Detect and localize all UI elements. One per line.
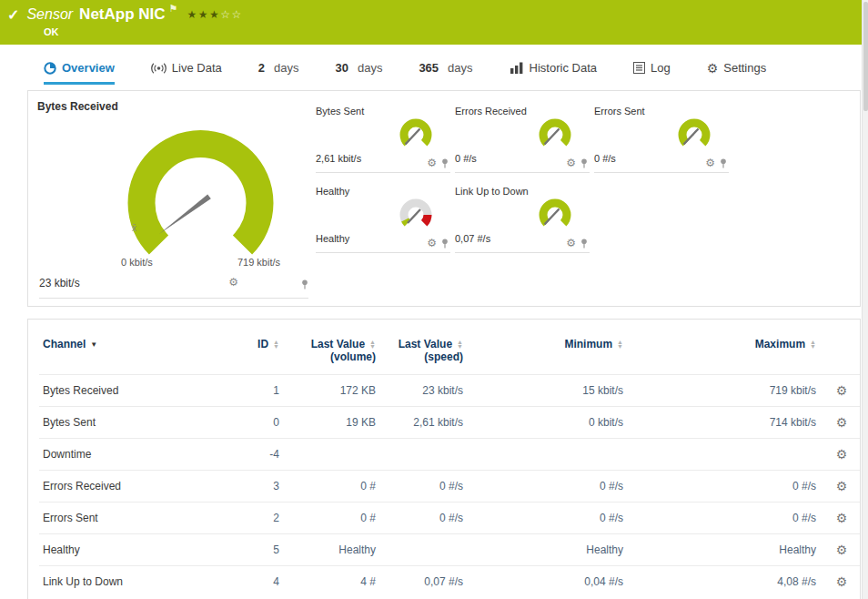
gear-icon[interactable]: ⚙ xyxy=(566,238,576,249)
tab-label: Settings xyxy=(723,61,766,75)
channel-table-panel: Channel▼ID▲▼Last Value▲▼(volume)Last Val… xyxy=(27,319,861,599)
table-row[interactable]: Healthy5HealthyHealthyHealthy⚙ xyxy=(39,534,861,566)
gear-icon[interactable]: ⚙ xyxy=(705,157,715,168)
col-header-min[interactable]: Minimum▲▼ xyxy=(467,330,627,375)
cell-min: 0,04 #/s xyxy=(467,566,627,598)
flag-icon[interactable]: ⚑ xyxy=(169,3,178,15)
tab-overview[interactable]: Overview xyxy=(44,61,115,85)
table-row[interactable]: Bytes Received1172 KB23 kbit/s15 kbit/s7… xyxy=(39,375,861,407)
col-sublabel: (volume) xyxy=(330,350,376,363)
cell-min: 0 #/s xyxy=(467,471,627,503)
channel-settings-icon[interactable]: ⚙ xyxy=(836,447,848,462)
tab-historic-data[interactable]: Historic Data xyxy=(510,61,597,85)
cell-channel: Bytes Received xyxy=(39,375,217,407)
main-content: Bytes Received x̄ 0 kbit/s 719 kbit/s 23… xyxy=(0,85,868,599)
col-header-channel[interactable]: Channel▼ xyxy=(39,330,217,375)
pin-icon[interactable] xyxy=(580,158,588,168)
small-gauge: Link Up to Down0,07 #/s⚙ xyxy=(455,186,590,253)
main-gauge-dial: x̄ xyxy=(94,118,308,266)
channel-settings-icon[interactable]: ⚙ xyxy=(836,574,848,589)
tab-2-days[interactable]: 2 days xyxy=(258,61,299,85)
gear-icon[interactable]: ⚙ xyxy=(228,277,238,288)
cell-actions: ⚙ xyxy=(820,534,861,566)
col-sublabel: (speed) xyxy=(424,350,463,363)
gauge-dial xyxy=(535,117,575,153)
pin-icon[interactable] xyxy=(441,239,449,249)
cell-speed: 0 #/s xyxy=(379,503,467,534)
col-header-speed[interactable]: Last Value▲▼(speed) xyxy=(379,330,467,375)
tab-label: days xyxy=(448,61,472,75)
object-kind-label: Sensor xyxy=(26,6,73,23)
tab-label: days xyxy=(274,61,298,75)
col-header-max[interactable]: Maximum▲▼ xyxy=(627,330,820,375)
col-header-id[interactable]: ID▲▼ xyxy=(217,330,283,375)
tab-number: 365 xyxy=(419,61,439,75)
gear-icon[interactable]: ⚙ xyxy=(427,157,437,168)
gauge-title: Healthy xyxy=(316,186,450,197)
pin-icon[interactable] xyxy=(720,158,727,168)
col-header-vol[interactable]: Last Value▲▼(volume) xyxy=(283,330,379,375)
channel-settings-icon[interactable]: ⚙ xyxy=(836,415,848,430)
cell-actions: ⚙ xyxy=(820,407,861,439)
overview-pie-icon xyxy=(44,62,56,75)
gauge-value: 0 #/s xyxy=(455,153,477,164)
cell-id: 0 xyxy=(217,407,283,439)
settings-gear-icon: ⚙ xyxy=(707,62,719,75)
cell-speed: 23 kbit/s xyxy=(379,375,467,407)
cell-channel: Errors Received xyxy=(39,471,217,503)
table-row[interactable]: Errors Sent20 #0 #/s0 #/s0 #/s⚙ xyxy=(39,503,861,534)
cell-min xyxy=(467,439,627,471)
gauge-value: Healthy xyxy=(316,233,349,244)
pin-icon[interactable] xyxy=(580,239,588,249)
cell-channel: Healthy xyxy=(39,534,217,566)
table-row[interactable]: Bytes Sent019 KB2,61 kbit/s0 kbit/s714 k… xyxy=(39,407,861,439)
gauge-title: Link Up to Down xyxy=(455,186,590,197)
tab-label: Overview xyxy=(62,61,115,75)
tab-label: Historic Data xyxy=(530,61,597,75)
cell-min: 0 #/s xyxy=(467,503,627,534)
table-row[interactable]: Downtime-4⚙ xyxy=(39,439,861,471)
gauge-value: 2,61 kbit/s xyxy=(316,153,361,164)
tab-30-days[interactable]: 30 days xyxy=(335,61,382,85)
gear-icon[interactable]: ⚙ xyxy=(427,238,437,249)
page-title: NetApp NIC xyxy=(79,5,165,24)
cell-vol: Healthy xyxy=(283,534,379,566)
channel-table: Channel▼ID▲▼Last Value▲▼(volume)Last Val… xyxy=(39,330,861,597)
gear-icon[interactable]: ⚙ xyxy=(566,157,576,168)
scrollbar-thumb[interactable] xyxy=(863,2,868,111)
table-row[interactable]: Errors Received30 #0 #/s0 #/s0 #/s⚙ xyxy=(39,471,861,503)
tab-settings[interactable]: ⚙ Settings xyxy=(707,61,767,85)
channel-table-header-row: Channel▼ID▲▼Last Value▲▼(volume)Last Val… xyxy=(39,330,861,375)
sort-icon: ▲▼ xyxy=(457,340,463,349)
pin-icon[interactable] xyxy=(243,274,308,289)
gauge-scale: 0 kbit/s 719 kbit/s xyxy=(94,257,308,268)
channel-settings-icon[interactable]: ⚙ xyxy=(836,479,848,493)
priority-stars[interactable]: ★★★☆☆ xyxy=(187,8,242,21)
tab-live-data[interactable]: Live Data xyxy=(151,61,222,85)
tab-365-days[interactable]: 365 days xyxy=(419,61,472,85)
channel-table-body: Bytes Received1172 KB23 kbit/s15 kbit/s7… xyxy=(39,375,861,598)
tab-label: days xyxy=(358,61,382,75)
cell-actions: ⚙ xyxy=(820,503,861,534)
live-data-broadcast-icon xyxy=(151,62,167,75)
channel-settings-icon[interactable]: ⚙ xyxy=(836,511,848,525)
sort-icon: ▲▼ xyxy=(369,340,376,349)
channel-settings-icon[interactable]: ⚙ xyxy=(836,543,848,557)
cell-actions: ⚙ xyxy=(820,375,861,407)
tab-log[interactable]: Log xyxy=(633,61,671,85)
pin-icon[interactable] xyxy=(441,158,449,168)
page-scrollbar[interactable] xyxy=(862,0,868,599)
tab-label: Log xyxy=(651,61,671,75)
cell-vol: 0 # xyxy=(283,471,379,503)
cell-id: 5 xyxy=(217,534,283,566)
gauge-title: Errors Received xyxy=(455,106,590,117)
gauge-dial xyxy=(535,197,575,233)
channel-settings-icon[interactable]: ⚙ xyxy=(836,383,848,398)
tab-number: 30 xyxy=(335,61,348,75)
cell-speed xyxy=(379,534,467,566)
small-gauge: Errors Received0 #/s⚙ xyxy=(455,106,590,173)
avg-marker: x̄ xyxy=(132,223,136,233)
sort-icon: ▲▼ xyxy=(810,340,816,349)
tab-bar: Overview Live Data 2 days 30 days 365 da… xyxy=(44,54,868,85)
table-row[interactable]: Link Up to Down44 #0,07 #/s0,04 #/s4,08 … xyxy=(39,566,861,598)
